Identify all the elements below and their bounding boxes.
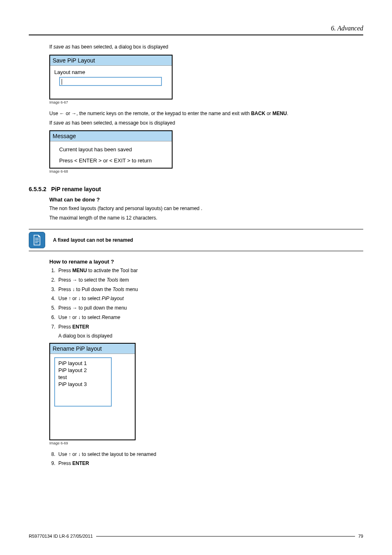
what-p2: The maximal length of the name is 12 cha…	[49, 215, 363, 222]
intro-text-2: If save as has been selected, a message …	[49, 120, 363, 127]
save-pip-layout-dialog: Save PiP Layout Layout name	[49, 55, 173, 99]
image-caption-6-69: Image 6-69	[49, 441, 363, 445]
dialog-title: Message	[50, 131, 172, 141]
note-text: A fixed layout can not be renamed	[53, 229, 363, 251]
howto-steps: Press MENU to activate the Tool bar Pres…	[49, 267, 363, 331]
step-7: Press ENTER	[57, 324, 363, 331]
footer-pagenum: 79	[358, 534, 363, 539]
howto-steps-cont: Use ↑ or ↓ to select the layout to be re…	[49, 451, 363, 467]
message-line-1: Current layout has been saved	[59, 146, 165, 153]
dialog-title: Save PiP Layout	[50, 56, 172, 66]
step-7-sub: A dialog box is displayed	[58, 333, 363, 339]
intro-text-1: If save as has been selected, a dialog b…	[49, 44, 363, 51]
layout-name-input[interactable]	[59, 77, 162, 86]
message-line-2: Press < ENTER > or < EXIT > to return	[59, 157, 165, 164]
footer-docid: R59770134 ID LR-6 27/05/2011	[29, 534, 93, 539]
step-5: Press → to pull down the menu	[57, 305, 363, 312]
list-item[interactable]: PiP layout 2	[58, 367, 108, 374]
note-icon	[29, 232, 45, 248]
page-footer: R59770134 ID LR-6 27/05/2011 79	[29, 534, 363, 539]
step-6: Use ↑ or ↓ to select Rename	[57, 314, 363, 321]
header-rule	[29, 35, 363, 35]
layout-listbox[interactable]: PiP layout 1 PiP layout 2 test PiP layou…	[54, 357, 112, 407]
list-item[interactable]: test	[58, 374, 108, 381]
arrow-instruction: Use ← or →, the numeric keys on the remo…	[49, 110, 363, 117]
list-item[interactable]: PiP layout 3	[58, 381, 108, 388]
what-p1: The non fixed layouts (factory and perso…	[49, 205, 363, 212]
step-4: Use ↑ or ↓ to select PiP layout	[57, 295, 363, 302]
layout-name-label: Layout name	[54, 69, 168, 75]
section-heading: 6.5.5.2 PiP rename layout	[29, 186, 363, 192]
rename-pip-layout-dialog: Rename PiP layout PiP layout 1 PiP layou…	[49, 343, 136, 440]
chapter-header: 6. Advanced	[29, 25, 363, 32]
step-8: Use ↑ or ↓ to select the layout to be re…	[57, 451, 363, 458]
image-caption-6-68: Image 6-68	[49, 169, 363, 173]
dialog-title: Rename PiP layout	[50, 344, 135, 354]
step-9: Press ENTER	[57, 460, 363, 467]
step-1: Press MENU to activate the Tool bar	[57, 267, 363, 274]
image-caption-6-67: Image 6-67	[49, 100, 363, 104]
message-dialog: Message Current layout has been saved Pr…	[49, 130, 173, 169]
step-3: Press ↓ to Pull down the Tools menu	[57, 286, 363, 293]
what-heading: What can be done ?	[49, 197, 363, 203]
note-block: A fixed layout can not be renamed	[29, 229, 363, 251]
list-item[interactable]: PiP layout 1	[58, 360, 108, 367]
step-2: Press → to select the Tools item	[57, 277, 363, 284]
howto-heading: How to rename a layout ?	[49, 259, 363, 265]
